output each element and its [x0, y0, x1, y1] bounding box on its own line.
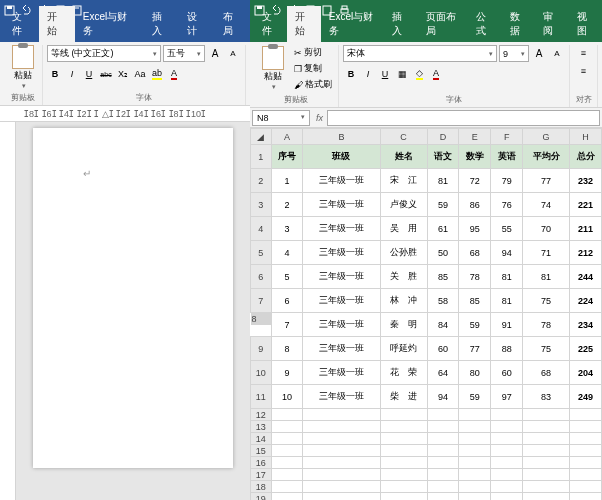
tab-Excel与财务[interactable]: Excel与财务	[321, 6, 384, 42]
shrink-font-icon[interactable]: A	[549, 45, 565, 61]
table-cell[interactable]: 95	[459, 217, 491, 241]
row-header[interactable]: 4	[251, 217, 272, 241]
row-header[interactable]: 7	[251, 289, 272, 313]
table-cell[interactable]: 三年级一班	[303, 241, 380, 265]
tab-文件[interactable]: 文件	[4, 6, 39, 42]
table-cell[interactable]: 三年级一班	[303, 385, 380, 409]
table-cell[interactable]: 三年级一班	[303, 217, 380, 241]
empty-cell[interactable]	[491, 445, 523, 457]
empty-cell[interactable]	[570, 421, 602, 433]
table-cell[interactable]: 59	[427, 193, 459, 217]
row-header[interactable]: 5	[251, 241, 272, 265]
table-cell[interactable]: 75	[523, 289, 570, 313]
tab-开始[interactable]: 开始	[287, 6, 320, 42]
empty-cell[interactable]	[523, 445, 570, 457]
table-cell[interactable]: 59	[459, 313, 491, 337]
empty-cell[interactable]	[570, 409, 602, 421]
cut-button[interactable]: ✂剪切	[292, 45, 334, 60]
table-cell[interactable]: 225	[570, 337, 602, 361]
table-cell[interactable]: 公孙胜	[380, 241, 427, 265]
empty-cell[interactable]	[271, 421, 303, 433]
empty-cell[interactable]	[570, 493, 602, 501]
table-cell[interactable]: 234	[570, 313, 602, 337]
italic-button[interactable]: I	[64, 66, 80, 82]
row-header[interactable]: 12	[251, 409, 272, 421]
table-cell[interactable]: 71	[523, 241, 570, 265]
empty-cell[interactable]	[523, 457, 570, 469]
empty-cell[interactable]	[380, 457, 427, 469]
grow-font-icon[interactable]: A	[531, 45, 547, 61]
subscript-button[interactable]: X₂	[115, 66, 131, 82]
empty-cell[interactable]	[459, 469, 491, 481]
format-painter-button[interactable]: 🖌格式刷	[292, 77, 334, 92]
paste-button[interactable]: 粘贴▾	[8, 45, 38, 90]
shrink-font-icon[interactable]: A	[225, 45, 241, 61]
table-cell[interactable]: 68	[523, 361, 570, 385]
empty-cell[interactable]	[427, 469, 459, 481]
bold-button[interactable]: B	[47, 66, 63, 82]
fill-color-icon[interactable]: ◇	[411, 66, 427, 82]
table-cell[interactable]: 柴 进	[380, 385, 427, 409]
empty-cell[interactable]	[303, 433, 380, 445]
empty-cell[interactable]	[271, 445, 303, 457]
tab-公式[interactable]: 公式	[468, 6, 501, 42]
italic-button[interactable]: I	[360, 66, 376, 82]
empty-cell[interactable]	[523, 433, 570, 445]
table-cell[interactable]: 97	[491, 385, 523, 409]
table-cell[interactable]: 232	[570, 169, 602, 193]
table-cell[interactable]: 2	[271, 193, 303, 217]
table-cell[interactable]: 三年级一班	[303, 337, 380, 361]
empty-cell[interactable]	[427, 493, 459, 501]
table-cell[interactable]: 55	[491, 217, 523, 241]
table-cell[interactable]: 76	[491, 193, 523, 217]
empty-cell[interactable]	[523, 409, 570, 421]
table-cell[interactable]: 三年级一班	[303, 289, 380, 313]
table-cell[interactable]: 卢俊义	[380, 193, 427, 217]
empty-cell[interactable]	[380, 481, 427, 493]
font-color-icon[interactable]: A	[166, 66, 182, 82]
font-name-select[interactable]: 等线 (中文正文)▾	[47, 45, 161, 62]
empty-cell[interactable]	[303, 409, 380, 421]
col-header[interactable]: B	[303, 129, 380, 145]
table-header-cell[interactable]: 姓名	[380, 145, 427, 169]
table-cell[interactable]: 4	[271, 241, 303, 265]
table-cell[interactable]: 72	[459, 169, 491, 193]
empty-cell[interactable]	[459, 445, 491, 457]
excel-grid[interactable]: ◢ABCDEFGH1序号班级姓名语文数学英语平均分总分21三年级一班宋 江817…	[250, 128, 602, 500]
empty-cell[interactable]	[380, 409, 427, 421]
empty-cell[interactable]	[380, 493, 427, 501]
tab-数据[interactable]: 数据	[502, 6, 535, 42]
empty-cell[interactable]	[523, 421, 570, 433]
highlight-icon[interactable]: ab	[149, 66, 165, 82]
table-cell[interactable]: 三年级一班	[303, 193, 380, 217]
empty-cell[interactable]	[570, 457, 602, 469]
table-cell[interactable]: 91	[491, 313, 523, 337]
table-header-cell[interactable]: 语文	[427, 145, 459, 169]
empty-cell[interactable]	[459, 421, 491, 433]
formula-bar[interactable]	[327, 110, 600, 126]
table-header-cell[interactable]: 平均分	[523, 145, 570, 169]
table-cell[interactable]: 81	[523, 265, 570, 289]
bold-button[interactable]: B	[343, 66, 359, 82]
table-cell[interactable]: 86	[459, 193, 491, 217]
table-cell[interactable]: 林 冲	[380, 289, 427, 313]
table-cell[interactable]: 三年级一班	[303, 265, 380, 289]
empty-cell[interactable]	[459, 493, 491, 501]
table-cell[interactable]: 85	[427, 265, 459, 289]
table-header-cell[interactable]: 序号	[271, 145, 303, 169]
row-header[interactable]: 15	[251, 445, 272, 457]
tab-页面布局[interactable]: 页面布局	[418, 6, 469, 42]
empty-cell[interactable]	[491, 457, 523, 469]
table-cell[interactable]: 5	[271, 265, 303, 289]
empty-cell[interactable]	[271, 469, 303, 481]
table-cell[interactable]: 50	[427, 241, 459, 265]
empty-cell[interactable]	[491, 433, 523, 445]
table-cell[interactable]: 79	[491, 169, 523, 193]
row-header[interactable]: 14	[251, 433, 272, 445]
table-cell[interactable]: 77	[459, 337, 491, 361]
empty-cell[interactable]	[459, 433, 491, 445]
table-cell[interactable]: 三年级一班	[303, 313, 380, 337]
row-header[interactable]: 18	[251, 481, 272, 493]
empty-cell[interactable]	[570, 481, 602, 493]
empty-cell[interactable]	[380, 445, 427, 457]
